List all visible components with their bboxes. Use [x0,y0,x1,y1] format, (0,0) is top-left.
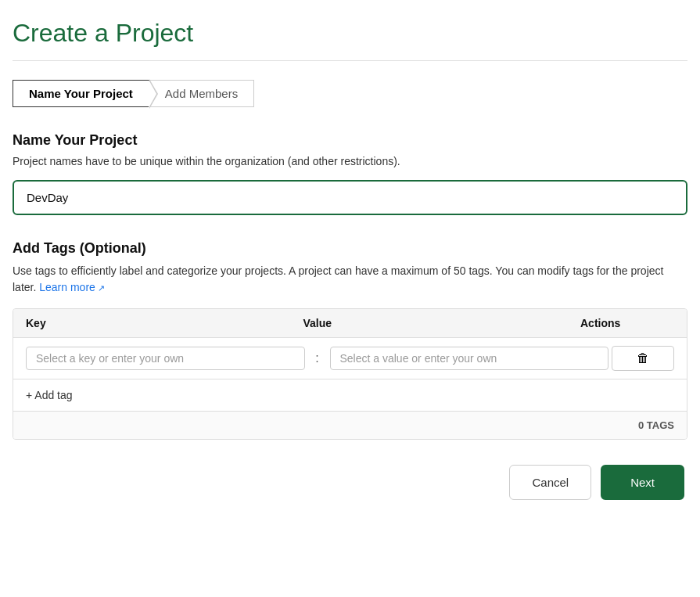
tag-key-input[interactable] [26,347,305,370]
title-divider [13,60,687,61]
next-button[interactable]: Next [601,465,684,500]
tab-add-members[interactable]: Add Members [149,80,254,107]
project-name-input[interactable] [13,180,687,215]
tabs-container: Name Your Project Add Members [13,80,687,107]
tag-value-input[interactable] [330,347,609,370]
delete-tag-button[interactable]: 🗑 [612,346,674,371]
col-actions: Actions [580,317,674,329]
name-section-title: Name Your Project [13,132,687,149]
tags-count: 0 TAGS [13,412,687,439]
tab-name-project[interactable]: Name Your Project [13,80,149,107]
learn-more-link[interactable]: Learn more [39,281,105,293]
tags-table-header: Key Value Actions [13,309,687,338]
tag-row: : 🗑 [13,338,687,379]
add-tag-row[interactable]: + Add tag [13,379,687,412]
page-title: Create a Project [13,19,687,48]
col-value: Value [303,317,581,329]
footer-actions: Cancel Next [13,465,687,500]
col-key: Key [26,317,303,329]
tags-section-title: Add Tags (Optional) [13,240,687,257]
colon-separator: : [308,351,327,365]
tags-table: Key Value Actions : 🗑 + Add tag 0 TAGS [13,308,687,440]
cancel-button[interactable]: Cancel [509,465,591,500]
tags-section-description: Use tags to efficiently label and catego… [13,263,687,296]
name-section-description: Project names have to be unique within t… [13,155,687,167]
